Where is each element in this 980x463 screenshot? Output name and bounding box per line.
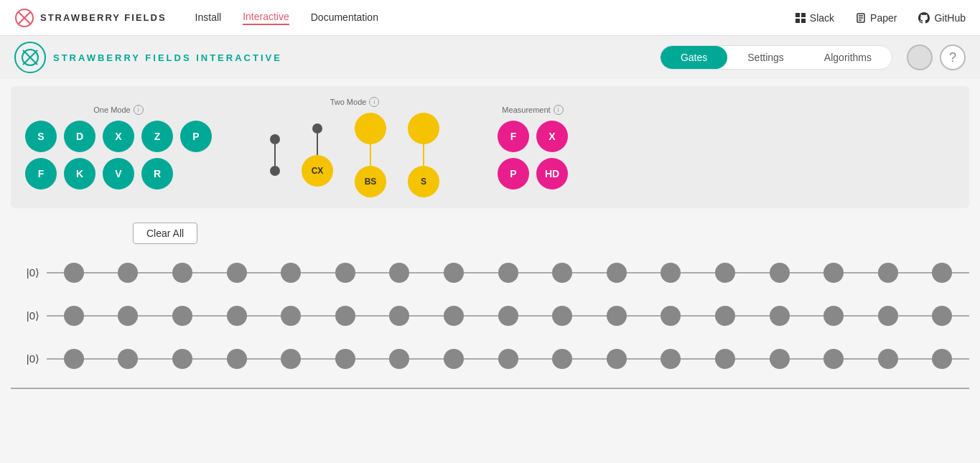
measurement-section: Measurement i F X P HD <box>498 105 568 190</box>
circuit-node[interactable] <box>661 263 681 283</box>
bs-gate[interactable]: BS <box>355 113 386 197</box>
circuit-node[interactable] <box>552 306 572 326</box>
clear-all-button[interactable]: Clear All <box>133 223 197 244</box>
tab-algorithms[interactable]: Algorithms <box>804 46 892 69</box>
gate-meas-F[interactable]: F <box>498 121 529 152</box>
wire-gate[interactable] <box>270 134 280 176</box>
circuit-node[interactable] <box>932 349 952 369</box>
circuit-node[interactable] <box>661 306 681 326</box>
circuit-node[interactable] <box>64 349 84 369</box>
circuit-node[interactable] <box>498 306 518 326</box>
circuit-node[interactable] <box>661 349 681 369</box>
circuit-node[interactable] <box>498 349 518 369</box>
s-visual: S <box>408 113 439 197</box>
circuit-node[interactable] <box>118 263 138 283</box>
bs-visual: BS <box>355 113 386 197</box>
circuit-node[interactable] <box>770 306 790 326</box>
tab-gates[interactable]: Gates <box>661 46 727 69</box>
circuit-node[interactable] <box>281 349 301 369</box>
measurement-info-icon[interactable]: i <box>554 105 564 115</box>
measurement-title: Measurement i <box>498 105 568 115</box>
circuit-node[interactable] <box>389 306 409 326</box>
circuit-node[interactable] <box>878 306 898 326</box>
circuit-node[interactable] <box>823 306 844 326</box>
help-button[interactable]: ? <box>940 45 966 70</box>
gate-X[interactable]: X <box>103 121 134 152</box>
circuit-node[interactable] <box>335 349 355 369</box>
nav-documentation[interactable]: Documentation <box>311 11 378 24</box>
circuit-node[interactable] <box>770 349 790 369</box>
gate-R[interactable]: R <box>141 158 173 190</box>
circuit-node[interactable] <box>281 263 301 283</box>
circuit-node[interactable] <box>932 306 952 326</box>
circuit-node[interactable] <box>607 349 627 369</box>
circuit-node[interactable] <box>444 349 464 369</box>
circuit-node[interactable] <box>227 263 247 283</box>
circuit-node[interactable] <box>823 263 844 283</box>
circuit-node[interactable] <box>335 306 355 326</box>
node-wrapper <box>210 263 264 283</box>
two-mode-info-icon[interactable]: i <box>369 97 379 107</box>
circuit-node[interactable] <box>281 306 301 326</box>
paper-link[interactable]: Paper <box>856 12 897 24</box>
circuit-node[interactable] <box>118 306 138 326</box>
circuit-node[interactable] <box>823 349 844 369</box>
circuit-node[interactable] <box>172 349 192 369</box>
circuit-node[interactable] <box>118 349 138 369</box>
circuit-node[interactable] <box>64 306 84 326</box>
circuit-node[interactable] <box>878 263 898 283</box>
circuit-node[interactable] <box>552 349 572 369</box>
circuit-node[interactable] <box>172 306 192 326</box>
bottom-divider <box>11 388 969 389</box>
node-wrapper <box>644 306 699 326</box>
tab-settings[interactable]: Settings <box>727 46 804 69</box>
node-wrapper <box>47 306 101 326</box>
gate-S[interactable]: S <box>25 121 57 152</box>
gate-V[interactable]: V <box>103 158 134 190</box>
s-two-mode-gate[interactable]: S <box>408 113 439 197</box>
node-wrapper <box>752 349 807 369</box>
circuit-node[interactable] <box>389 263 409 283</box>
nav-install[interactable]: Install <box>195 11 222 24</box>
circuit-node[interactable] <box>227 306 247 326</box>
one-mode-info-icon[interactable]: i <box>134 105 144 115</box>
node-wrapper <box>806 349 861 369</box>
circuit-nodes-3 <box>47 349 969 369</box>
gate-K[interactable]: K <box>64 158 95 190</box>
cx-gate[interactable]: CX <box>302 123 333 187</box>
circuit-node[interactable] <box>444 263 464 283</box>
circuit-node[interactable] <box>715 263 735 283</box>
gate-P[interactable]: P <box>180 121 212 152</box>
circuit-node[interactable] <box>715 349 735 369</box>
measurement-row-1: F X <box>498 121 568 152</box>
grid-icon <box>795 13 806 23</box>
circuit-node[interactable] <box>552 263 572 283</box>
circuit-node[interactable] <box>444 306 464 326</box>
circuit-node[interactable] <box>607 306 627 326</box>
circuit-node[interactable] <box>335 263 355 283</box>
circuit-node[interactable] <box>64 263 84 283</box>
node-wrapper <box>155 349 210 369</box>
circuit-node[interactable] <box>227 349 247 369</box>
circuit-nodes-1 <box>47 263 969 283</box>
circuit-node[interactable] <box>389 349 409 369</box>
gate-meas-P[interactable]: P <box>498 158 529 190</box>
nav-interactive[interactable]: Interactive <box>243 11 289 25</box>
circuit-node[interactable] <box>878 349 898 369</box>
circuit-node[interactable] <box>172 263 192 283</box>
circuit-node[interactable] <box>715 306 735 326</box>
gate-D[interactable]: D <box>64 121 95 152</box>
circuit-node[interactable] <box>607 263 627 283</box>
gate-meas-X[interactable]: X <box>536 121 568 152</box>
avatar[interactable] <box>907 45 933 70</box>
gate-F[interactable]: F <box>25 158 57 190</box>
github-link[interactable]: GitHub <box>918 12 966 24</box>
gate-meas-HD[interactable]: HD <box>536 158 568 190</box>
node-wrapper <box>752 263 807 283</box>
circuit-area: |0⟩ |0⟩ <box>0 251 980 380</box>
circuit-node[interactable] <box>932 263 952 283</box>
slack-link[interactable]: Slack <box>795 12 834 24</box>
circuit-node[interactable] <box>770 263 790 283</box>
circuit-node[interactable] <box>498 263 518 283</box>
gate-Z[interactable]: Z <box>141 121 173 152</box>
